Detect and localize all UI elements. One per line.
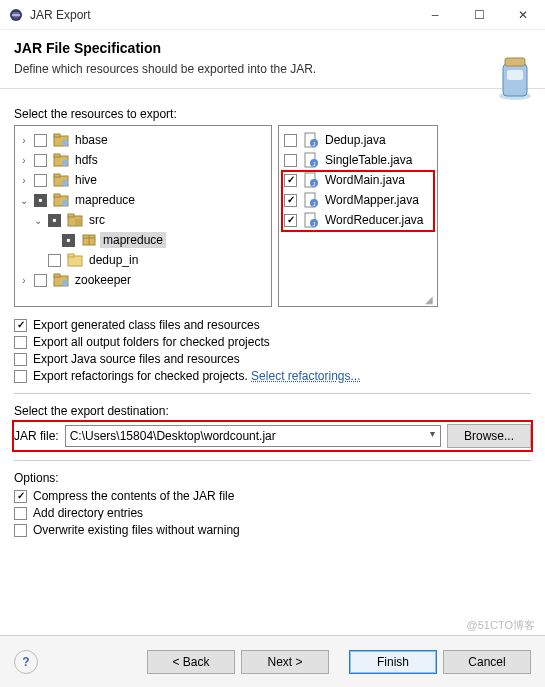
twisty-icon[interactable]: ⌄ [17, 195, 31, 206]
browse-button[interactable]: Browse... [447, 424, 531, 448]
maximize-button[interactable]: ☐ [457, 0, 501, 30]
projects-tree-pane[interactable]: ›hbase›hdfs›hive⌄mapreduce⌄srcmapreduced… [14, 125, 272, 307]
twisty-icon[interactable]: › [17, 155, 31, 166]
resize-grip-icon: ◢ [425, 294, 435, 304]
help-button[interactable]: ? [14, 650, 38, 674]
checkbox-icon[interactable] [284, 174, 297, 187]
tree-node-label: hbase [72, 132, 111, 148]
tree-node-label: hive [72, 172, 100, 188]
twisty-icon[interactable]: › [17, 175, 31, 186]
close-button[interactable]: ✕ [501, 0, 545, 30]
file-node-label: Dedup.java [322, 132, 389, 148]
tree-node[interactable]: ›hbase [17, 130, 269, 150]
file-node-label: WordMain.java [322, 172, 408, 188]
file-node[interactable]: JWordMain.java [281, 170, 435, 190]
file-node[interactable]: JWordReducer.java [281, 210, 435, 230]
tree-node-label: zookeeper [72, 272, 134, 288]
project-icon [53, 192, 69, 208]
checkbox-icon[interactable] [34, 194, 47, 207]
add-dir-checkbox[interactable]: Add directory entries [14, 506, 531, 520]
watermark: @51CTO博客 [467, 618, 535, 633]
destination-label: Select the export destination: [14, 404, 531, 418]
next-button[interactable]: Next > [241, 650, 329, 674]
chevron-down-icon[interactable]: ▾ [430, 428, 435, 439]
export-all-output-checkbox[interactable]: Export all output folders for checked pr… [14, 335, 531, 349]
checkbox-icon [14, 370, 27, 383]
export-java-src-checkbox[interactable]: Export Java source files and resources [14, 352, 531, 366]
checkbox-icon [14, 336, 27, 349]
tree-node[interactable]: ⌄src [31, 210, 269, 230]
export-refactorings-checkbox[interactable]: Export refactorings for checked projects… [14, 369, 531, 383]
select-refactorings-link[interactable]: Select refactorings... [251, 369, 360, 383]
svg-point-26 [62, 280, 68, 286]
svg-point-8 [62, 140, 68, 146]
export-refactorings-label: Export refactorings for checked projects… [33, 369, 248, 383]
tree-node-label: dedup_in [86, 252, 141, 268]
file-node-label: SingleTable.java [322, 152, 415, 168]
tree-node[interactable]: mapreduce [45, 230, 269, 250]
project-icon [53, 172, 69, 188]
minimize-button[interactable]: – [413, 0, 457, 30]
checkbox-icon [14, 524, 27, 537]
finish-button[interactable]: Finish [349, 650, 437, 674]
export-all-output-label: Export all output folders for checked pr… [33, 335, 270, 349]
export-generated-label: Export generated class files and resourc… [33, 318, 260, 332]
file-node[interactable]: JSingleTable.java [281, 150, 435, 170]
jar-file-label: JAR file: [14, 429, 59, 443]
back-button[interactable]: < Back [147, 650, 235, 674]
checkbox-icon[interactable] [284, 194, 297, 207]
svg-rect-23 [68, 254, 74, 257]
tree-node-label: hdfs [72, 152, 101, 168]
twisty-icon[interactable]: › [17, 275, 31, 286]
overwrite-checkbox[interactable]: Overwrite existing files without warning [14, 523, 531, 537]
file-node[interactable]: JWordMapper.java [281, 190, 435, 210]
java-file-icon: J [303, 172, 319, 188]
java-file-icon: J [303, 212, 319, 228]
srcfolder-icon [67, 212, 83, 228]
checkbox-icon[interactable] [284, 134, 297, 147]
destination-row: JAR file: ▾ Browse... [14, 422, 531, 450]
svg-text:J: J [313, 161, 316, 167]
file-node-label: WordReducer.java [322, 212, 427, 228]
tree-node[interactable]: ›hdfs [17, 150, 269, 170]
svg-rect-19 [68, 214, 74, 217]
compress-label: Compress the contents of the JAR file [33, 489, 234, 503]
checkbox-icon[interactable] [62, 234, 75, 247]
files-tree-pane[interactable]: JDedup.javaJSingleTable.javaJWordMain.ja… [278, 125, 438, 307]
svg-text:J: J [313, 201, 316, 207]
tree-node[interactable]: dedup_in [31, 250, 269, 270]
tree-node-label: mapreduce [100, 232, 166, 248]
checkbox-icon[interactable] [284, 214, 297, 227]
java-file-icon: J [303, 152, 319, 168]
svg-rect-20 [75, 219, 81, 225]
checkbox-icon[interactable] [34, 134, 47, 147]
tree-node[interactable]: ›hive [17, 170, 269, 190]
package-icon [81, 232, 97, 248]
cancel-button[interactable]: Cancel [443, 650, 531, 674]
tree-node[interactable]: ›zookeeper [17, 270, 269, 290]
twisty-icon[interactable]: ⌄ [31, 215, 45, 226]
project-icon [53, 152, 69, 168]
checkbox-icon[interactable] [48, 254, 61, 267]
checkbox-icon[interactable] [34, 154, 47, 167]
svg-point-17 [62, 200, 68, 206]
checkbox-icon[interactable] [34, 274, 47, 287]
svg-point-11 [62, 160, 68, 166]
file-node[interactable]: JDedup.java [281, 130, 435, 150]
java-file-icon: J [303, 192, 319, 208]
compress-checkbox[interactable]: Compress the contents of the JAR file [14, 489, 531, 503]
jar-file-input[interactable] [65, 425, 441, 447]
checkbox-icon[interactable] [34, 174, 47, 187]
tree-node-label: src [86, 212, 108, 228]
export-generated-checkbox[interactable]: Export generated class files and resourc… [14, 318, 531, 332]
checkbox-icon[interactable] [48, 214, 61, 227]
tree-node[interactable]: ⌄mapreduce [17, 190, 269, 210]
svg-rect-10 [54, 154, 60, 157]
page-subtitle: Define which resources should be exporte… [14, 62, 531, 76]
checkbox-icon[interactable] [284, 154, 297, 167]
file-node-label: WordMapper.java [322, 192, 422, 208]
jar-wizard-icon [485, 50, 533, 102]
overwrite-label: Overwrite existing files without warning [33, 523, 240, 537]
twisty-icon[interactable]: › [17, 135, 31, 146]
svg-rect-25 [54, 274, 60, 277]
